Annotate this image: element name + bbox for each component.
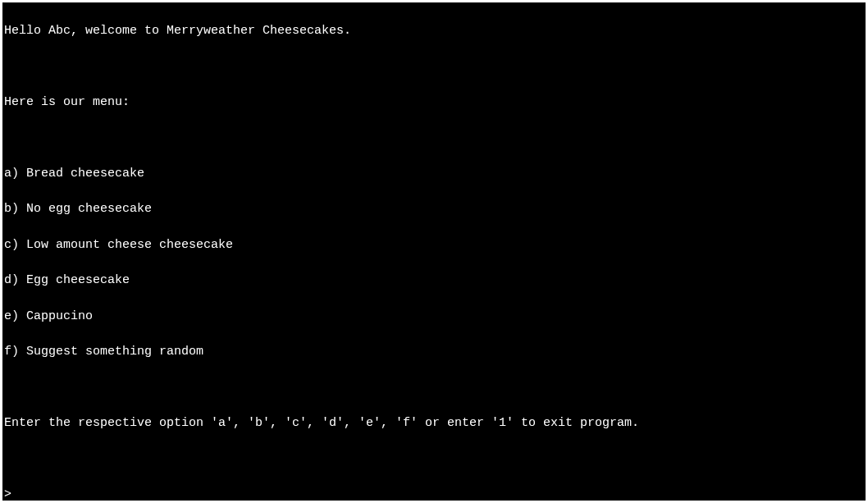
menu-item-b: b) No egg cheesecake (4, 200, 866, 218)
blank-line (4, 450, 866, 469)
menu-header: Here is our menu: (4, 94, 866, 112)
terminal-window[interactable]: Hello Abc, welcome to Merryweather Chees… (2, 2, 866, 501)
menu-item-f: f) Suggest something random (4, 343, 866, 361)
menu-item-d: d) Egg cheesecake (4, 272, 866, 290)
blank-line (4, 57, 866, 75)
menu-item-c: c) Low amount cheese cheesecake (4, 236, 866, 254)
blank-line (4, 129, 866, 147)
prompt-symbol[interactable]: > (4, 486, 866, 501)
greeting-line: Hello Abc, welcome to Merryweather Chees… (4, 22, 866, 40)
prompt-instruction: Enter the respective option 'a', 'b', 'c… (4, 414, 866, 432)
menu-item-a: a) Bread cheesecake (4, 165, 866, 183)
menu-item-e: e) Cappucino (4, 308, 866, 326)
blank-line (4, 379, 866, 397)
